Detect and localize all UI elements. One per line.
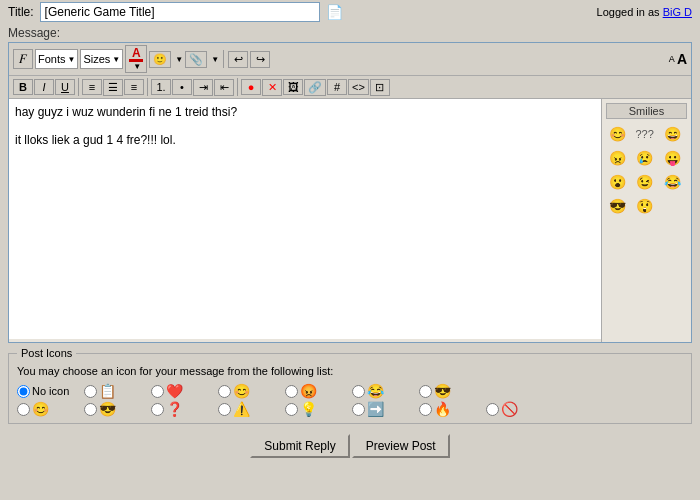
icon-radio-9[interactable] xyxy=(151,403,164,416)
icon-radio-12[interactable] xyxy=(352,403,365,416)
editor-main: hay guyz i wuz wunderin fi ne 1 treid th… xyxy=(9,99,691,342)
icon-radio-8[interactable] xyxy=(84,403,97,416)
icon-radio-3[interactable] xyxy=(218,385,231,398)
icon-emoji-5[interactable]: 😂 xyxy=(367,383,384,399)
icons-row2: 😊 😎 ❓ ⚠️ 💡 ➡️ xyxy=(17,401,683,417)
outdent-btn[interactable]: ⇤ xyxy=(214,79,234,96)
icon-option-7: 😊 xyxy=(17,401,82,417)
username-link[interactable]: BiG D xyxy=(663,6,692,18)
icon-emoji-8[interactable]: 😎 xyxy=(99,401,116,417)
post-icons-description: You may choose an icon for your message … xyxy=(17,365,683,377)
icon-emoji-4[interactable]: 😡 xyxy=(300,383,317,399)
separator1 xyxy=(223,50,224,68)
smiley-wink[interactable]: 😉 xyxy=(634,171,656,193)
icon-radio-11[interactable] xyxy=(285,403,298,416)
icon-emoji-12[interactable]: ➡️ xyxy=(367,401,384,417)
smiley-angry[interactable]: 😠 xyxy=(606,147,628,169)
icon-option-13: 🔥 xyxy=(419,401,484,417)
smiley-sad[interactable]: 😢 xyxy=(634,147,656,169)
smiley-arrow-icon: ▼ xyxy=(175,55,183,64)
italic-btn[interactable]: I xyxy=(34,79,54,95)
icon-radio-none[interactable] xyxy=(17,385,30,398)
message-textarea[interactable]: hay guyz i wuz wunderin fi ne 1 treid th… xyxy=(9,99,601,339)
post-icons-grid: No icon 📋 ❤️ 😊 😡 😂 😎 xyxy=(17,383,683,417)
icon-option-9: ❓ xyxy=(151,401,216,417)
smiley-btn[interactable]: 🙂 xyxy=(149,51,171,68)
separator4 xyxy=(237,78,238,96)
fonts-dropdown[interactable]: Fonts ▼ xyxy=(35,49,78,69)
icon-emoji-2[interactable]: ❤️ xyxy=(166,383,183,399)
indent-btn[interactable]: ⇥ xyxy=(193,79,213,96)
icon-option-10: ⚠️ xyxy=(218,401,283,417)
icon-option-14: 🚫 xyxy=(486,401,551,417)
icon-option-none: No icon xyxy=(17,385,82,398)
icon-emoji-1[interactable]: 📋 xyxy=(99,383,116,399)
bold-btn[interactable]: B xyxy=(13,79,33,95)
smiley-shock[interactable]: 😲 xyxy=(634,195,656,217)
icon-radio-13[interactable] xyxy=(419,403,432,416)
icon-radio-1[interactable] xyxy=(84,385,97,398)
text-area-container: hay guyz i wuz wunderin fi ne 1 treid th… xyxy=(9,99,601,342)
smilies-grid: 😊 ??? 😄 😠 😢 😛 😮 😉 😂 😎 😲 xyxy=(606,123,687,217)
icon-emoji-6[interactable]: 😎 xyxy=(434,383,451,399)
smiley-question[interactable]: ??? xyxy=(634,123,656,145)
smiley-laugh[interactable]: 😂 xyxy=(661,171,683,193)
redo-btn[interactable]: ↪ xyxy=(250,51,270,68)
icon-emoji-3[interactable]: 😊 xyxy=(233,383,250,399)
title-input[interactable] xyxy=(40,2,320,22)
title-icon: 📄 xyxy=(326,4,343,20)
font-icon-btn[interactable]: 𝐹 xyxy=(13,49,33,69)
icon-radio-4[interactable] xyxy=(285,385,298,398)
ordered-list-btn[interactable]: 1. xyxy=(151,79,171,95)
post-icons-fieldset: Post Icons You may choose an icon for yo… xyxy=(8,347,692,424)
link-btn[interactable]: 🔗 xyxy=(304,79,326,96)
icon-option-6: 😎 xyxy=(419,383,484,399)
bottom-buttons: Submit Reply Preview Post xyxy=(0,428,700,464)
align-right-btn[interactable]: ≡ xyxy=(124,79,144,95)
icon-option-12: ➡️ xyxy=(352,401,417,417)
special1-btn[interactable]: ● xyxy=(241,79,261,95)
submit-reply-button[interactable]: Submit Reply xyxy=(250,434,349,458)
misc-btn[interactable]: ⊡ xyxy=(370,79,390,96)
preview-post-button[interactable]: Preview Post xyxy=(352,434,450,458)
icon-emoji-10[interactable]: ⚠️ xyxy=(233,401,250,417)
icon-emoji-7[interactable]: 😊 xyxy=(32,401,49,417)
icon-option-2: ❤️ xyxy=(151,383,216,399)
icon-emoji-14[interactable]: 🚫 xyxy=(501,401,518,417)
large-a-icon: A xyxy=(677,51,687,67)
icon-emoji-9[interactable]: ❓ xyxy=(166,401,183,417)
icon-radio-10[interactable] xyxy=(218,403,231,416)
smiley-tongue[interactable]: 😛 xyxy=(661,147,683,169)
align-center-btn[interactable]: ☰ xyxy=(103,79,123,96)
smiley-cool[interactable]: 😎 xyxy=(606,195,628,217)
image-btn[interactable]: 🖼 xyxy=(283,79,303,95)
font-color-btn[interactable]: A ▼ xyxy=(125,45,147,73)
align-left-btn[interactable]: ≡ xyxy=(82,79,102,95)
separator2 xyxy=(78,78,79,96)
post-icons-legend: Post Icons xyxy=(17,347,76,359)
undo-btn[interactable]: ↩ xyxy=(228,51,248,68)
separator3 xyxy=(147,78,148,96)
title-row: Title: 📄 Logged in as BiG D xyxy=(0,0,700,24)
underline-btn[interactable]: U xyxy=(55,79,75,95)
code-btn[interactable]: <> xyxy=(348,79,369,95)
smiley-happy[interactable]: 😊 xyxy=(606,123,628,145)
icon-radio-5[interactable] xyxy=(352,385,365,398)
unordered-list-btn[interactable]: • xyxy=(172,79,192,95)
no-icon-label: No icon xyxy=(32,385,69,397)
icon-radio-14[interactable] xyxy=(486,403,499,416)
message-label: Message: xyxy=(0,24,700,42)
attach-btn[interactable]: 📎 xyxy=(185,51,207,68)
icon-option-1: 📋 xyxy=(84,383,149,399)
title-label: Title: xyxy=(8,5,34,19)
sizes-dropdown[interactable]: Sizes ▼ xyxy=(80,49,123,69)
smiley-surprised[interactable]: 😮 xyxy=(606,171,628,193)
icon-radio-6[interactable] xyxy=(419,385,432,398)
icon-radio-7[interactable] xyxy=(17,403,30,416)
icon-radio-2[interactable] xyxy=(151,385,164,398)
icon-emoji-11[interactable]: 💡 xyxy=(300,401,317,417)
hash-btn[interactable]: # xyxy=(327,79,347,95)
special2-btn[interactable]: ✕ xyxy=(262,79,282,96)
smiley-grin[interactable]: 😄 xyxy=(661,123,683,145)
icon-emoji-13[interactable]: 🔥 xyxy=(434,401,451,417)
